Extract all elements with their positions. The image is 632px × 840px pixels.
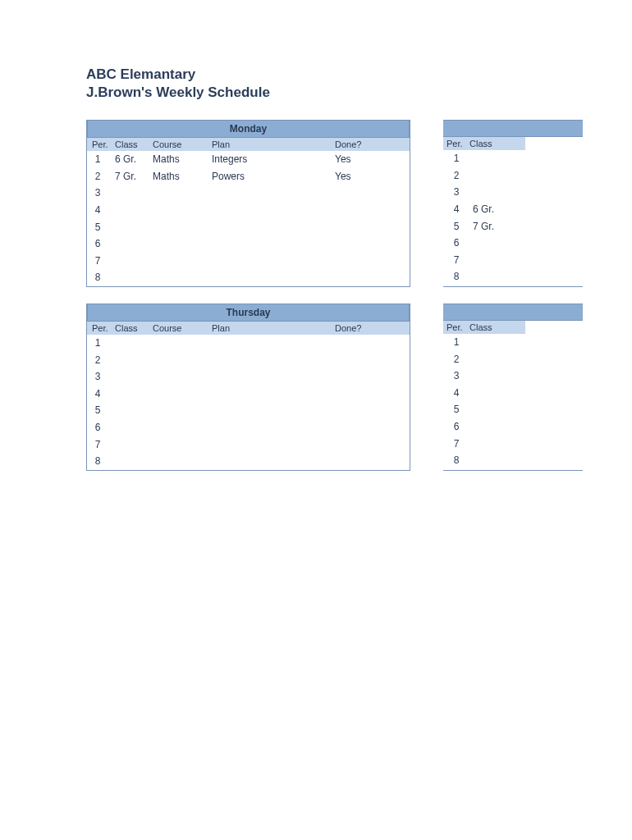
cell-plan [212, 236, 335, 252]
table-row: 6 [443, 235, 583, 252]
table-row: 27 Gr.MathsPowersYes [87, 168, 410, 185]
table-row: 8 [87, 453, 410, 470]
cell-per: 7 [87, 253, 115, 269]
cell-class [115, 386, 153, 402]
table-row: 4 [87, 202, 410, 219]
cell-plan [212, 270, 335, 285]
monday-rows: 16 Gr.MathsIntegersYes27 Gr.MathsPowersY… [87, 151, 410, 286]
cell-plan [212, 220, 335, 235]
cell-plan [212, 369, 335, 385]
cell-per: 2 [445, 168, 468, 184]
cell-plan [212, 386, 335, 402]
cell-plan [212, 253, 335, 269]
cell-class [468, 419, 517, 435]
monday-header: Monday [87, 120, 410, 138]
side2-rows: 12345678 [443, 334, 583, 469]
table-row: 1 [443, 334, 583, 351]
cell-class: 6 Gr. [468, 202, 517, 217]
cell-class [115, 236, 153, 252]
cell-class [115, 437, 153, 453]
table-row: 2 [87, 352, 410, 369]
cell-class [468, 168, 517, 184]
side1-col-headers: Per. Class [443, 137, 525, 150]
table-row: 6 [87, 419, 410, 436]
cell-per: 2 [445, 352, 468, 368]
cell-plan [212, 403, 335, 418]
title-line-2: J.Brown's Weekly Schedule [86, 84, 632, 102]
thursday-table: Thursday Per. Class Course Plan Done? 12… [86, 304, 410, 471]
table-row: 57 Gr. [443, 218, 583, 235]
cell-done [335, 386, 401, 402]
cell-done [335, 253, 401, 269]
cell-per: 6 [445, 235, 468, 251]
cell-class [115, 420, 153, 436]
cell-class [468, 269, 517, 285]
cell-per: 4 [87, 203, 115, 218]
table-row: 3 [443, 184, 583, 201]
cell-course [153, 420, 212, 436]
cell-done: Yes [335, 169, 401, 185]
cell-per: 5 [445, 219, 468, 235]
cell-per: 6 [87, 420, 115, 436]
cell-per: 4 [445, 202, 468, 217]
table-row: 3 [87, 185, 410, 202]
cell-course [153, 386, 212, 402]
table-row: 3 [87, 368, 410, 386]
cell-plan [212, 336, 335, 351]
col-header-per: Per. [443, 139, 469, 148]
table-row: 3 [443, 368, 583, 385]
thursday-col-headers: Per. Class Course Plan Done? [87, 322, 410, 335]
cell-per: 1 [87, 152, 115, 167]
cell-done [335, 420, 401, 436]
cell-done [335, 369, 401, 385]
cell-class: 7 Gr. [468, 219, 517, 235]
cell-per: 1 [445, 335, 468, 350]
col-header-course: Course [153, 139, 212, 149]
cell-class [468, 386, 517, 401]
cell-per: 3 [87, 369, 115, 385]
side2-header [443, 304, 583, 321]
col-header-done: Done? [335, 323, 401, 333]
monday-table: Monday Per. Class Course Plan Done? 16 G… [86, 120, 410, 287]
cell-class [468, 335, 517, 350]
cell-done [335, 336, 401, 351]
cell-per: 6 [87, 236, 115, 252]
cell-class [115, 369, 153, 385]
cell-class [115, 203, 153, 218]
thursday-header: Thursday [87, 304, 410, 322]
side1-rows: 12346 Gr.57 Gr.678 [443, 150, 583, 285]
cell-course [153, 353, 212, 368]
cell-class [468, 352, 517, 368]
table-row: 2 [443, 351, 583, 368]
col-header-course: Course [153, 323, 212, 333]
cell-course [153, 403, 212, 418]
cell-done [335, 203, 401, 218]
cell-course [153, 270, 212, 285]
cell-per: 8 [445, 453, 468, 468]
table-row: 5 [443, 401, 583, 418]
cell-done [335, 185, 401, 201]
cell-course [153, 236, 212, 252]
cell-per: 5 [87, 220, 115, 235]
cell-course [153, 336, 212, 351]
cell-per: 1 [445, 151, 468, 167]
cell-done: Yes [335, 152, 401, 167]
table-row: 8 [443, 452, 583, 469]
cell-per: 5 [445, 402, 468, 418]
cell-plan: Powers [212, 169, 335, 185]
cell-plan: Integers [212, 152, 335, 167]
side-table-2: Per. Class 12345678 [443, 304, 583, 471]
title-line-1: ABC Elemantary [86, 66, 632, 84]
cell-per: 4 [87, 386, 115, 402]
table-row: 8 [443, 268, 583, 285]
cell-class [468, 185, 517, 200]
table-row: 4 [87, 386, 410, 403]
cell-per: 2 [87, 169, 115, 185]
cell-per: 7 [445, 253, 468, 268]
cell-class [468, 402, 517, 418]
cell-per: 6 [445, 419, 468, 435]
cell-per: 2 [87, 353, 115, 368]
cell-class [468, 253, 517, 268]
table-row: 5 [87, 219, 410, 236]
thursday-rows: 12345678 [87, 335, 410, 470]
